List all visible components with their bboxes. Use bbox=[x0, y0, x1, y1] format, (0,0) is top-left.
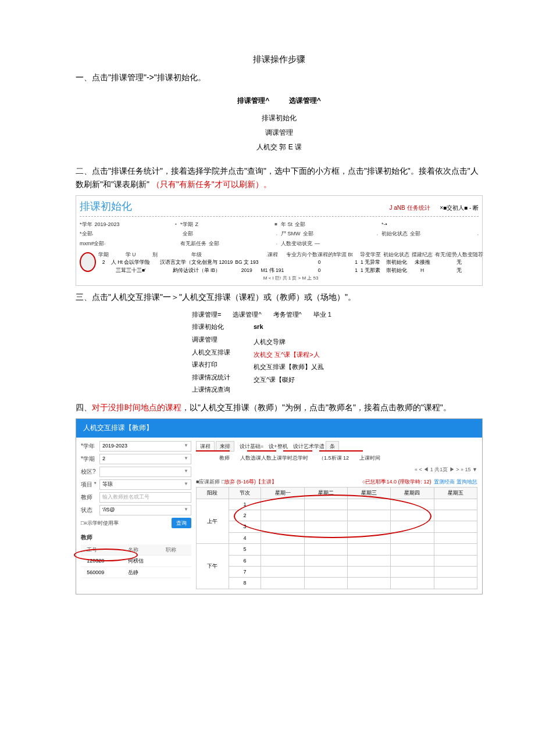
menu3-l-2[interactable]: 人机交互排课 bbox=[192, 347, 230, 358]
seg1: 上午 bbox=[197, 499, 229, 544]
r-am-1[interactable]: 1 bbox=[229, 499, 261, 510]
r-am-4[interactable]: 4 bbox=[229, 532, 261, 543]
f-ext-l: *-• bbox=[381, 220, 387, 228]
shot-right: 课程 来排 设计基础= 设+整机 设计艺术学遗 条 教师 人数选课人数上课学时总… bbox=[196, 441, 477, 589]
f-f-l: 有无新任务 bbox=[180, 239, 206, 248]
menu3-l-5[interactable]: 上课情况查询 bbox=[192, 385, 230, 395]
menu3-top-2[interactable]: 考务管理^ bbox=[273, 310, 302, 320]
panel2-tab-refresh[interactable]: ×■交初人■ - 断 bbox=[440, 205, 479, 211]
f-xn-v[interactable]: 2019-2023 bbox=[92, 220, 176, 228]
table-row[interactable]: 2人 Ht 会以学学险汉语言文学（文化创意与 12019BG 文 193011 … bbox=[97, 259, 484, 267]
menu3-r-4[interactable]: 机交互排课【教师】乂厾 bbox=[254, 362, 324, 372]
xq-select[interactable]: 2▼ bbox=[99, 454, 191, 464]
f-g-v[interactable]: — bbox=[312, 239, 378, 248]
menu3-l-3[interactable]: 课表打印 bbox=[192, 360, 230, 370]
leg-lb: 放弃 (5-16尊)【主讲】 bbox=[224, 479, 277, 485]
f-b-v[interactable]: 全部 bbox=[180, 230, 276, 238]
menu3-r-2[interactable]: 人机交导牌 bbox=[254, 337, 324, 347]
panel2-table: 学期 学 U 别 年级 .课程 专业方向个数课程的ft学涯 Bt 导变学至 初始… bbox=[97, 251, 484, 282]
f-a-l: *全部 bbox=[80, 230, 92, 238]
tab-3[interactable]: 设计艺术学遗 bbox=[293, 442, 324, 450]
f-ns-v[interactable]: 全部 bbox=[293, 220, 378, 228]
xn-label: *学年 bbox=[81, 442, 97, 451]
f-f-v[interactable]: 全部 bbox=[206, 239, 276, 248]
step2-text-a: 二、点击"排课任务统计"，接着选择学院并点击"查询"，选中下面的小方框，点击"排… bbox=[76, 166, 479, 188]
r-am-2[interactable]: 2 bbox=[229, 510, 261, 521]
menu1-item-0[interactable]: 排课初始化 bbox=[76, 113, 483, 124]
f-d-v[interactable]: 全部 bbox=[408, 230, 477, 238]
menu3-r-5[interactable]: 交互^课【磔好 bbox=[254, 375, 324, 385]
th5: .课程 bbox=[259, 251, 285, 259]
menu3-r-3[interactable]: 次机交 互^课【课程>人 bbox=[254, 350, 324, 360]
sh2: 星期一 bbox=[261, 488, 304, 499]
info-0: 教师 bbox=[219, 454, 230, 462]
menu3: 排课管理= 选课管理^ 考务管理^ 毕业 1 排课初始化 调课管理 人机交互排课… bbox=[192, 310, 483, 395]
menu1-top-1[interactable]: 选课管理^ bbox=[289, 96, 321, 105]
tab-2[interactable]: 设+整机 bbox=[269, 442, 287, 450]
xy-select[interactable]: ▼ bbox=[99, 467, 191, 477]
sh1: 节次 bbox=[229, 488, 261, 499]
r-am-3[interactable]: 3 bbox=[229, 521, 261, 532]
menu3-top-3[interactable]: 毕业 1 bbox=[313, 310, 331, 320]
item-label: 项目 * bbox=[81, 480, 97, 489]
sh6: 星期五 bbox=[434, 488, 477, 499]
f-xn-l: *学年 bbox=[80, 220, 92, 228]
step4-text: 四、对于没排时间地点的课程，以"人机交互排课（教师）"为例，点击"教师名"，接着… bbox=[76, 401, 483, 414]
menu1-top-0[interactable]: 排课管理^ bbox=[237, 96, 269, 105]
xy-label: 校区? bbox=[81, 467, 97, 476]
f-xq-v[interactable]: Z bbox=[193, 220, 275, 228]
menu3-top-0[interactable]: 排课管理= bbox=[192, 310, 221, 320]
sh5: 星期四 bbox=[391, 488, 434, 499]
step2-text: 二、点击"排课任务统计"，接着选择学院并点击"查询"，选中下面的小方框，点击"排… bbox=[76, 164, 483, 191]
th1: 学 U bbox=[110, 251, 151, 259]
item-select[interactable]: 等琼▼ bbox=[99, 479, 191, 490]
step1-text: 一、点击"排课管理"->"排课初始化。 bbox=[76, 71, 483, 84]
f-c-v[interactable]: 全部 bbox=[301, 230, 377, 238]
course-tabs: 课程 来排 设计基础= 设+整机 设计艺术学遗 条 bbox=[196, 441, 477, 452]
panel2-tab-task[interactable]: J aNB 任务统计 bbox=[390, 205, 430, 211]
info-2a: （1.5析课 bbox=[319, 455, 342, 461]
th2: 别 bbox=[151, 251, 159, 259]
xn-select[interactable]: 2019-2023▼ bbox=[99, 441, 191, 452]
schedule-table: 阳段 节次 星期一 星期二 星期三 星期四 星期五 上午1 2 3 4 下午5 … bbox=[196, 487, 477, 589]
panel2-filters: *学年2019-2023▪ *学期Z■ 年 St全部 *-• *全部, 全部, … bbox=[80, 220, 479, 248]
f-ns-l: 年 St bbox=[281, 220, 293, 228]
course-pager[interactable]: « < ◀ 1 共1页 ▶ > » 15 ▼ bbox=[196, 465, 477, 474]
shot-left: *学年2019-2023▼ *学期2▼ 校区?▼ 项目 *等琼▼ 教师输入教师姓… bbox=[81, 441, 191, 589]
status-label: 状态 bbox=[81, 506, 97, 515]
th9: 初始化状态 bbox=[382, 251, 411, 259]
status-select[interactable]: '/iS@▼ bbox=[99, 505, 191, 515]
r-pm-8[interactable]: 8 bbox=[229, 578, 261, 589]
r-pm-5[interactable]: 5 bbox=[229, 544, 261, 555]
step2-text-b: （只有"有新任务"才可以刷新）。 bbox=[152, 180, 272, 189]
th10: 摆建纪志 bbox=[411, 251, 434, 259]
r-pm-7[interactable]: 7 bbox=[229, 566, 261, 577]
teacher-label: 教师 bbox=[81, 493, 97, 502]
th11: 有无!迎势人数变随荐 bbox=[434, 251, 484, 259]
menu3-top-1[interactable]: 选课管理^ bbox=[233, 310, 261, 320]
r-pm-6[interactable]: 6 bbox=[229, 555, 261, 566]
th7 bbox=[354, 251, 359, 259]
teacher-section-label: 教师 bbox=[81, 533, 191, 542]
chk-usage[interactable]: □≡示学时使用率 bbox=[81, 519, 119, 527]
panel2-pager[interactable]: M < I 巨! 共 1 页 > M 上 53 bbox=[97, 275, 484, 282]
teacher-highlight-icon bbox=[74, 549, 138, 561]
teacher-input[interactable]: 输入教师姓名或工号 bbox=[99, 492, 191, 503]
tab-1[interactable]: 设计基础= bbox=[240, 442, 263, 450]
info-1: 人数选课人数上课学时总学时 bbox=[240, 454, 308, 462]
step4-a: 四、 bbox=[76, 403, 92, 412]
info-2b: 12 bbox=[343, 455, 349, 461]
table-row[interactable]: 三茸三十三■'鹧传达设计（单 IB）2019M1 伟 191011 无那素崇初始… bbox=[97, 267, 484, 275]
th3: 年级 bbox=[159, 251, 234, 259]
step4-b: 对于没排时间地点的课程 bbox=[92, 403, 181, 412]
menu1-item-2[interactable]: 人机交 郭 E 课 bbox=[76, 142, 483, 153]
menu1-item-1[interactable]: 调课管理 bbox=[76, 127, 483, 138]
menu3-l-0[interactable]: 排课初始化 bbox=[192, 322, 230, 332]
menu1: 排课管理^ 选课管理^ 排课初始化 调课管理 人机交 郭 E 课 bbox=[76, 95, 483, 153]
teacher-row[interactable]: 560009岳静 bbox=[81, 567, 191, 578]
leg-links[interactable]: 置测经商 置拘地惩 bbox=[434, 479, 477, 485]
menu3-l-4[interactable]: 排课情况统计 bbox=[192, 372, 230, 383]
query-button[interactable]: 查询 bbox=[172, 518, 191, 528]
menu3-l-1[interactable]: 调课管理 bbox=[192, 335, 230, 345]
th8: 导变学至 bbox=[359, 251, 382, 259]
